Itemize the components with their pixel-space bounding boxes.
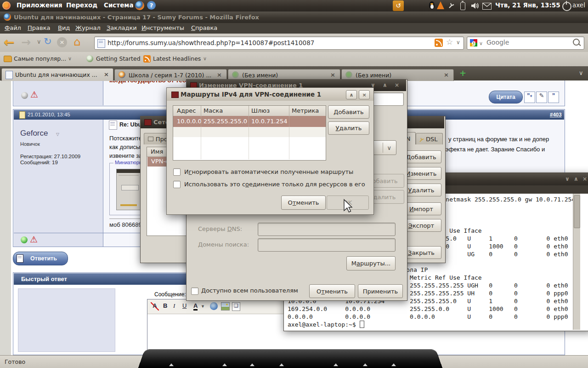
tux-icon[interactable] (428, 1, 435, 10)
volume-icon[interactable] (470, 2, 480, 11)
font-color-icon[interactable]: A (193, 302, 198, 310)
col-address[interactable]: Адрес (177, 107, 196, 114)
menu-system[interactable]: Система (101, 0, 136, 10)
tab-list-chevron-icon[interactable]: ∨ (579, 69, 583, 76)
mail-icon[interactable] (482, 3, 492, 10)
new-tab-button[interactable]: + (459, 68, 466, 78)
ubuntu-logo-icon[interactable] (2, 1, 11, 10)
post-username[interactable]: Geforce (20, 129, 48, 138)
terminal-maximize-icon[interactable]: ∧ (574, 176, 578, 182)
back-history-chevron-icon[interactable]: ∨ (37, 38, 41, 45)
editdlg-close-icon[interactable]: × (395, 82, 399, 88)
report-warning-icon[interactable]: ⚠ (30, 89, 38, 100)
power-icon[interactable] (562, 2, 571, 11)
tab4-close-icon[interactable]: × (444, 71, 449, 78)
ignore-auto-checkbox[interactable] (173, 168, 181, 176)
firefox-titlebar[interactable]: Ubuntu для начинающих - Страница 17 - Su… (0, 12, 588, 23)
edit-apply-button[interactable]: Применить (358, 284, 403, 298)
back-button[interactable]: ← (4, 34, 14, 50)
domains-entry[interactable] (258, 238, 396, 252)
bookmark-star-icon[interactable]: ☆ (446, 37, 453, 46)
user-menu[interactable]: axel (572, 1, 585, 9)
menu-edit[interactable]: Правка (24, 23, 54, 33)
dns-entry[interactable] (258, 223, 396, 236)
menu-history[interactable]: Журнал (72, 23, 104, 33)
all-users-checkbox[interactable] (191, 288, 198, 295)
url-bar[interactable]: http://forums.sumy.ua/showthread.php?p=1… (94, 36, 464, 50)
thumbnail-image[interactable] (116, 169, 141, 210)
tab2-close-icon[interactable]: × (217, 71, 222, 78)
route-row-selected[interactable]: 10.0.0.0 255.255.255.0 10.0.71.254 (173, 116, 326, 127)
menu-tools[interactable]: Инструменты (138, 23, 188, 33)
menu-applications[interactable]: Приложения (14, 0, 65, 10)
quickquote-button-icon[interactable]: ” (548, 92, 559, 103)
col-metric[interactable]: Метрика (292, 107, 319, 114)
routesdlg-close-icon[interactable]: × (359, 90, 370, 99)
menu-help[interactable]: Справка (187, 23, 221, 33)
underline-icon[interactable]: U (182, 302, 187, 309)
insert-image-icon[interactable] (221, 302, 230, 310)
stop-button[interactable]: × (57, 37, 67, 47)
tab-dsl[interactable]: DSL (416, 133, 443, 144)
multiquote-button-icon[interactable]: ”+ (524, 92, 535, 103)
bookmark-getting-started[interactable]: Getting Started (96, 55, 141, 62)
insert-link-icon[interactable] (210, 302, 218, 310)
font-color-chevron-icon[interactable]: ▼ (201, 304, 205, 309)
report-post-icon[interactable]: ⚠ (30, 234, 38, 245)
forward-button[interactable]: → (21, 35, 31, 49)
reply-button[interactable]: Ответить (13, 252, 68, 265)
bookmark-popular[interactable]: Самые популяр... (14, 55, 66, 62)
bookmark-latest-headlines[interactable]: Latest Headlines (153, 55, 201, 62)
terminal-close-icon[interactable]: × (582, 176, 587, 182)
menu-places[interactable]: Переход (63, 0, 100, 10)
route-row-empty[interactable] (173, 127, 326, 137)
home-button[interactable]: ⌂ (74, 35, 80, 48)
url-dropdown-chevron-icon[interactable]: ∨ (456, 39, 460, 46)
menu-view[interactable]: Вид (54, 23, 74, 33)
connector-icon[interactable] (448, 2, 455, 11)
quote-button[interactable]: Цитата (489, 91, 523, 104)
route-delete-button[interactable]: Удалить (328, 121, 369, 135)
remove-format-icon[interactable]: A (151, 302, 159, 310)
help-launcher-icon[interactable]: ? (147, 1, 156, 10)
latest-headlines-chevron-icon[interactable]: ∨ (203, 56, 207, 62)
routes-open-button[interactable]: Маршруты... (346, 256, 396, 270)
update-notifier-icon[interactable]: ↺ (393, 0, 404, 11)
italic-icon[interactable]: I (173, 302, 175, 310)
edit-cancel-button[interactable]: Отменить (309, 284, 355, 298)
search-engine-chevron-icon[interactable]: ∨ (479, 40, 483, 46)
insert-quote-icon[interactable]: ❏ (232, 302, 240, 311)
search-box[interactable]: g ∨ (467, 36, 584, 50)
tab1-close-icon[interactable]: × (104, 71, 109, 78)
firefox-launcher-icon[interactable] (135, 1, 144, 10)
search-magnifier-icon[interactable] (573, 39, 580, 46)
terminal-scrollbar-thumb[interactable] (574, 195, 580, 228)
route-add-button[interactable]: Добавить (328, 105, 369, 119)
terminal-scrollbar[interactable] (573, 194, 580, 330)
desktop: Приложения Переход Система ? ↺ Чтв, 21 Я… (0, 0, 588, 368)
username-chevron-icon[interactable]: ▽ (56, 132, 59, 137)
post-number-link[interactable]: #403 (550, 112, 562, 117)
tab-ubuntu-thread[interactable]: Ubuntu для начинающих ... × (1, 68, 113, 81)
bookmark-popular-chevron-icon[interactable]: ∨ (68, 56, 72, 62)
routesdlg-titlebar[interactable]: Маршруты IPv4 для VPN-соединение 1 ∧ × (167, 88, 373, 101)
clock[interactable]: Чтв, 21 Янв, 13:55 (495, 1, 560, 9)
menu-bookmarks[interactable]: Закладки (103, 23, 141, 33)
menu-file[interactable]: Файл (1, 23, 25, 33)
routesdlg-maximize-icon[interactable]: ∧ (346, 90, 357, 99)
url-text[interactable]: http://forums.sumy.ua/showthread.php?p=1… (107, 39, 314, 46)
terminal-minimize-icon[interactable]: ∨ (565, 176, 570, 182)
editdlg-maximize-icon[interactable]: ∧ (383, 82, 387, 88)
only-resources-checkbox[interactable] (173, 181, 181, 188)
search-input[interactable] (486, 38, 570, 46)
col-gateway[interactable]: Шлюз (251, 107, 270, 114)
col-mask[interactable]: Маска (204, 107, 223, 114)
vlc-cone-icon[interactable] (437, 1, 444, 9)
routes-cancel-button[interactable]: Отменить (281, 196, 326, 210)
bold-icon[interactable]: B (163, 302, 167, 309)
battery-icon[interactable] (460, 2, 465, 10)
quickedit-button-icon[interactable]: ✎ (536, 92, 547, 103)
rss-icon[interactable] (435, 39, 443, 47)
tab3-close-icon[interactable]: × (330, 71, 335, 78)
reload-button[interactable]: ↻ (44, 36, 52, 47)
